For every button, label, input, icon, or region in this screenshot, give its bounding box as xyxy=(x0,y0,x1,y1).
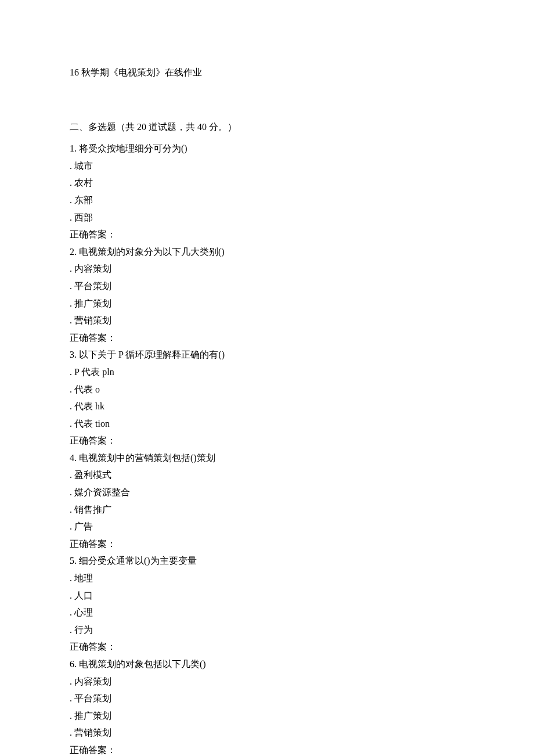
question-line: 1. 将受众按地理细分可分为() xyxy=(70,140,464,157)
question-block: 4. 电视策划中的营销策划包括()策划. 盈利模式. 媒介资源整合. 销售推广.… xyxy=(70,449,464,553)
option-line: . 东部 xyxy=(70,192,464,209)
option-text: 推广策划 xyxy=(74,711,111,721)
option-bullet: . xyxy=(70,401,74,411)
option-text: 内容策划 xyxy=(74,676,111,686)
question-line: 6. 电视策划的对象包括以下几类() xyxy=(70,656,464,673)
option-bullet: . xyxy=(70,573,74,583)
question-block: 2. 电视策划的对象分为以下几大类别(). 内容策划. 平台策划. 推广策划. … xyxy=(70,243,464,347)
question-block: 5. 细分受众通常以()为主要变量. 地理. 人口. 心理. 行为正确答案： xyxy=(70,552,464,656)
option-text: 地理 xyxy=(74,573,93,583)
option-line: . 西部 xyxy=(70,209,464,226)
option-text: 营销策划 xyxy=(74,728,111,737)
option-line: . 盈利模式 xyxy=(70,466,464,484)
option-text: P 代表 pln xyxy=(74,367,114,377)
option-text: 广告 xyxy=(74,521,93,531)
section-header: 二、多选题（共 20 道试题，共 40 分。） xyxy=(70,118,464,136)
option-line: . 销售推广 xyxy=(70,501,464,519)
option-text: 东部 xyxy=(74,195,93,205)
option-bullet: . xyxy=(70,487,74,497)
option-bullet: . xyxy=(70,711,74,721)
option-line: . 推广策划 xyxy=(70,707,464,725)
question-text: 将受众按地理细分可分为() xyxy=(79,143,187,153)
option-text: 心理 xyxy=(74,607,93,617)
option-text: 代表 hk xyxy=(74,401,104,411)
question-number: 1. xyxy=(70,143,77,153)
option-bullet: . xyxy=(70,591,74,600)
option-line: . 营销策划 xyxy=(70,312,464,329)
option-text: 内容策划 xyxy=(74,264,111,273)
option-line: . 推广策划 xyxy=(70,295,464,312)
option-text: 盈利模式 xyxy=(74,470,111,480)
option-line: . 媒介资源整合 xyxy=(70,484,464,501)
option-text: 推广策划 xyxy=(74,298,111,308)
answer-label: 正确答案： xyxy=(70,741,464,756)
option-bullet: . xyxy=(70,315,74,325)
option-bullet: . xyxy=(70,607,74,617)
option-bullet: . xyxy=(70,213,74,222)
option-line: . 内容策划 xyxy=(70,260,464,278)
option-bullet: . xyxy=(70,505,74,514)
option-text: 代表 o xyxy=(74,384,100,394)
option-bullet: . xyxy=(70,367,74,377)
question-block: 6. 电视策划的对象包括以下几类(). 内容策划. 平台策划. 推广策划. 营销… xyxy=(70,656,464,756)
option-line: . 农村 xyxy=(70,174,464,192)
question-block: 1. 将受众按地理细分可分为(). 城市. 农村. 东部. 西部正确答案： xyxy=(70,140,464,243)
option-line: . 营销策划 xyxy=(70,724,464,741)
option-text: 媒介资源整合 xyxy=(74,487,130,497)
answer-label: 正确答案： xyxy=(70,535,464,553)
question-text: 细分受众通常以()为主要变量 xyxy=(79,556,197,566)
option-line: . 地理 xyxy=(70,570,464,587)
option-bullet: . xyxy=(70,625,74,635)
option-text: 营销策划 xyxy=(74,315,111,325)
question-text: 电视策划的对象分为以下几大类别() xyxy=(79,247,225,257)
answer-label: 正确答案： xyxy=(70,226,464,243)
option-text: 行为 xyxy=(74,625,93,635)
option-line: . 城市 xyxy=(70,157,464,175)
option-text: 西部 xyxy=(74,213,93,222)
answer-label: 正确答案： xyxy=(70,329,464,347)
option-bullet: . xyxy=(70,281,74,291)
option-line: . 广告 xyxy=(70,518,464,535)
option-line: . P 代表 pln xyxy=(70,363,464,381)
option-bullet: . xyxy=(70,470,74,480)
question-number: 2. xyxy=(70,247,77,257)
option-line: . 人口 xyxy=(70,587,464,604)
question-number: 3. xyxy=(70,350,77,359)
answer-label: 正确答案： xyxy=(70,638,464,656)
option-text: 农村 xyxy=(74,178,93,188)
question-text: 以下关于 P 循环原理解释正确的有() xyxy=(79,350,225,359)
option-line: . 行为 xyxy=(70,621,464,639)
option-text: 代表 tion xyxy=(74,419,110,429)
option-line: . 代表 hk xyxy=(70,398,464,415)
option-bullet: . xyxy=(70,195,74,205)
option-bullet: . xyxy=(70,384,74,394)
option-bullet: . xyxy=(70,264,74,273)
option-line: . 平台策划 xyxy=(70,690,464,707)
option-text: 销售推广 xyxy=(74,505,111,514)
option-bullet: . xyxy=(70,161,74,171)
option-bullet: . xyxy=(70,676,74,686)
option-text: 平台策划 xyxy=(74,281,111,291)
option-text: 平台策划 xyxy=(74,693,111,703)
question-text: 电视策划中的营销策划包括()策划 xyxy=(79,453,215,463)
option-bullet: . xyxy=(70,298,74,308)
option-line: . 代表 o xyxy=(70,381,464,398)
option-bullet: . xyxy=(70,728,74,737)
page-title: 16 秋学期《电视策划》在线作业 xyxy=(70,64,464,81)
option-line: . 心理 xyxy=(70,604,464,621)
question-number: 5. xyxy=(70,556,77,566)
question-line: 2. 电视策划的对象分为以下几大类别() xyxy=(70,243,464,261)
option-bullet: . xyxy=(70,693,74,703)
option-bullet: . xyxy=(70,521,74,531)
question-number: 6. xyxy=(70,659,77,669)
option-text: 人口 xyxy=(74,591,93,600)
option-bullet: . xyxy=(70,419,74,429)
questions-container: 1. 将受众按地理细分可分为(). 城市. 农村. 东部. 西部正确答案：2. … xyxy=(70,140,464,756)
question-block: 3. 以下关于 P 循环原理解释正确的有(). P 代表 pln. 代表 o. … xyxy=(70,346,464,449)
option-line: . 内容策划 xyxy=(70,673,464,690)
option-bullet: . xyxy=(70,178,74,188)
question-line: 5. 细分受众通常以()为主要变量 xyxy=(70,552,464,570)
question-line: 4. 电视策划中的营销策划包括()策划 xyxy=(70,449,464,467)
option-line: . 代表 tion xyxy=(70,415,464,433)
question-text: 电视策划的对象包括以下几类() xyxy=(79,659,206,669)
